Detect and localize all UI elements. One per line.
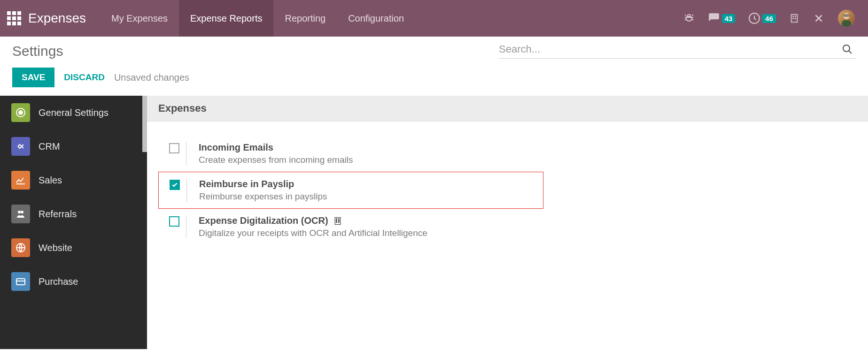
setting-checkbox[interactable] [170,180,180,190]
setting-row: Incoming EmailsCreate expenses from inco… [158,136,543,172]
unsaved-indicator: Unsaved changes [114,72,189,83]
sidebar-app-icon [11,272,30,291]
svg-point-9 [843,45,850,52]
svg-rect-16 [336,219,337,220]
sidebar-item-label: General Settings [39,107,108,118]
page-title: Settings [12,43,63,59]
activities-icon[interactable]: 46 [748,12,776,24]
sidebar-app-icon [11,205,30,223]
topnav-item-reporting[interactable]: Reporting [273,0,337,37]
sidebar-item-label: Purchase [39,276,78,287]
sidebar-item-sales[interactable]: Sales [0,163,147,197]
setting-row: Expense Digitalization (OCR)Digitalize y… [158,209,543,245]
systray: 43 46 [683,10,868,27]
svg-rect-15 [335,217,341,224]
apps-grid-icon [7,11,21,25]
svg-rect-1 [791,15,798,23]
search-input[interactable] [499,43,839,55]
sidebar-item-general-settings[interactable]: General Settings [0,96,147,129]
settings-main: Expenses Incoming EmailsCreate expenses … [147,96,868,349]
svg-point-11 [18,211,21,213]
search-container [499,43,856,59]
setting-checkbox[interactable] [169,216,179,227]
search-icon[interactable] [839,44,856,55]
control-panel: Settings [0,37,868,59]
sidebar-item-website[interactable]: Website [0,231,147,265]
sidebar-app-icon [11,103,30,122]
setting-description: Create expenses from incoming emails [199,155,543,165]
sidebar-item-label: Referrals [39,209,77,220]
setting-description: Digitalize your receipts with OCR and Ar… [199,228,543,238]
svg-rect-14 [16,279,25,285]
topnav-item-my-expenses[interactable]: My Expenses [100,0,179,37]
activities-badge: 46 [762,14,776,23]
settings-body-row: General SettingsCRMSalesReferralsWebsite… [0,96,868,349]
setting-checkbox[interactable] [169,143,179,153]
settings-list: Incoming EmailsCreate expenses from inco… [147,122,868,259]
settings-sidebar: General SettingsCRMSalesReferralsWebsite… [0,96,147,349]
app-brand[interactable]: Expenses [28,11,100,26]
topnav-menu: My ExpensesExpense ReportsReportingConfi… [100,0,415,37]
save-button[interactable]: SAVE [12,68,54,87]
sidebar-app-icon [11,171,30,190]
sidebar-item-referrals[interactable]: Referrals [0,197,147,231]
section-header: Expenses [147,96,868,122]
svg-rect-5 [795,18,796,19]
setting-description: Reimburse expenses in payslips [199,191,543,202]
enterprise-icon [333,216,342,226]
tools-icon[interactable] [813,12,825,24]
setting-title: Expense Digitalization (OCR) [199,215,543,226]
sidebar-item-label: Sales [39,175,62,186]
svg-rect-18 [336,220,337,221]
sidebar-item-label: CRM [39,141,60,152]
top-navbar: Expenses My ExpensesExpense ReportsRepor… [0,0,868,37]
svg-point-10 [19,111,22,114]
debug-icon[interactable] [683,13,695,24]
sidebar-app-icon [11,238,30,257]
topnav-item-expense-reports[interactable]: Expense Reports [179,0,273,37]
svg-rect-21 [338,221,339,222]
sidebar-item-crm[interactable]: CRM [0,129,147,163]
svg-point-12 [21,211,23,213]
svg-rect-8 [843,14,850,17]
company-icon[interactable] [789,13,799,23]
scrollbar-thumb[interactable] [142,96,147,152]
svg-rect-20 [336,221,337,222]
user-avatar[interactable] [838,10,855,27]
svg-rect-7 [842,20,851,27]
svg-rect-19 [338,220,339,221]
svg-rect-3 [795,16,796,17]
setting-title: Incoming Emails [199,142,543,153]
topnav-item-configuration[interactable]: Configuration [337,0,415,37]
setting-row: Reimburse in PayslipReimburse expenses i… [158,172,543,209]
svg-rect-2 [792,16,794,17]
svg-rect-17 [338,219,339,220]
setting-title: Reimburse in Payslip [199,179,543,190]
messages-badge: 43 [722,14,736,23]
svg-rect-4 [792,18,794,19]
discard-button[interactable]: DISCARD [64,72,105,83]
sidebar-item-purchase[interactable]: Purchase [0,265,147,298]
save-bar: SAVE DISCARD Unsaved changes [0,59,868,96]
messages-icon[interactable]: 43 [708,12,736,24]
sidebar-item-label: Website [39,243,72,253]
sidebar-app-icon [11,137,30,156]
apps-menu-button[interactable] [0,11,28,25]
